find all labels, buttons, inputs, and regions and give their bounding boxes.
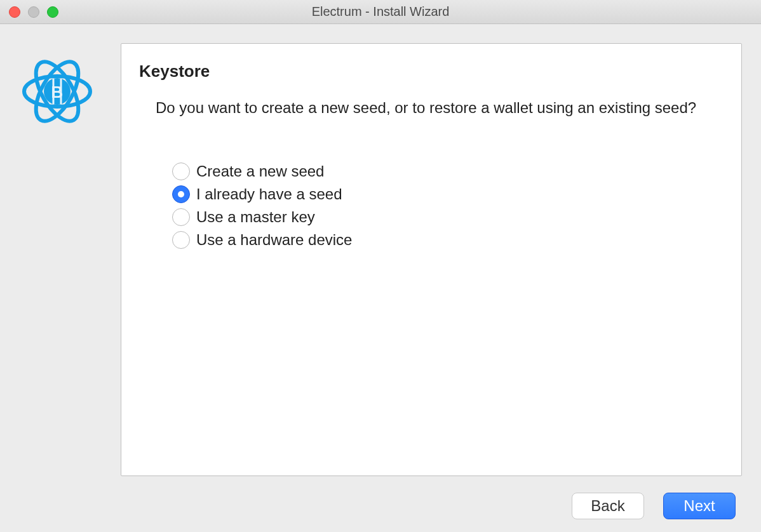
option-label: Create a new seed — [196, 163, 324, 180]
window-body: B Keystore Do you want to create a new s… — [0, 24, 761, 532]
close-icon[interactable] — [9, 6, 20, 18]
window-controls — [9, 6, 58, 18]
window-titlebar: Electrum - Install Wizard — [0, 0, 761, 24]
minimize-icon[interactable] — [28, 6, 39, 18]
radio-icon — [172, 185, 190, 203]
back-button-label: Back — [591, 497, 624, 515]
panel-question: Do you want to create a new seed, or to … — [156, 98, 724, 118]
radio-icon — [172, 208, 190, 226]
next-button-label: Next — [684, 497, 715, 515]
option-use-master-key[interactable]: Use a master key — [172, 208, 724, 226]
option-label: I already have a seed — [196, 185, 342, 203]
logo-column: B — [19, 43, 104, 476]
option-create-new-seed[interactable]: Create a new seed — [172, 163, 724, 180]
maximize-icon[interactable] — [47, 6, 58, 18]
option-already-have-seed[interactable]: I already have a seed — [172, 185, 724, 203]
keystore-options: Create a new seed I already have a seed … — [172, 163, 724, 249]
radio-icon — [172, 231, 190, 249]
option-use-hardware-device[interactable]: Use a hardware device — [172, 231, 724, 249]
panel-heading: Keystore — [139, 62, 724, 81]
button-row: Back Next — [19, 493, 742, 519]
option-label: Use a master key — [196, 208, 315, 226]
main-row: B Keystore Do you want to create a new s… — [19, 43, 742, 476]
radio-icon — [172, 163, 190, 180]
window-title: Electrum - Install Wizard — [0, 4, 761, 19]
wizard-panel: Keystore Do you want to create a new see… — [121, 43, 742, 476]
next-button[interactable]: Next — [663, 493, 736, 519]
option-label: Use a hardware device — [196, 231, 352, 249]
back-button[interactable]: Back — [572, 493, 644, 519]
electrum-logo-icon: B — [19, 53, 104, 130]
